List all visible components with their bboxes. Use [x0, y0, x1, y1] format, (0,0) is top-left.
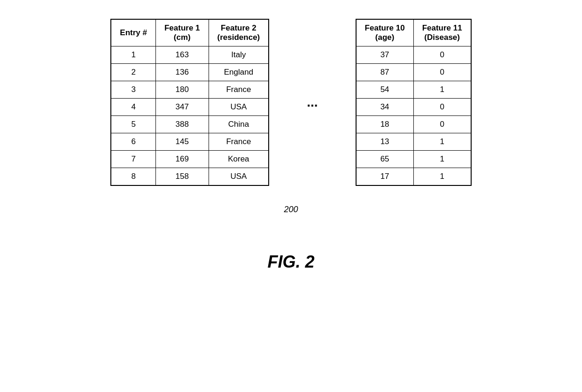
left-cell-0-0: 1 — [111, 46, 155, 64]
left-cell-3-0: 4 — [111, 99, 155, 116]
right-cell-0-1: 0 — [413, 46, 471, 64]
left-col-feature1: Feature 1(cm) — [155, 19, 209, 46]
right-cell-3-1: 0 — [413, 99, 471, 116]
left-table-row: 1163Italy — [111, 46, 269, 64]
figure-label: 200 — [284, 205, 298, 215]
tables-row: Entry # Feature 1(cm) Feature 2(residenc… — [110, 19, 471, 186]
left-cell-0-1: 163 — [155, 46, 209, 64]
right-cell-1-1: 0 — [413, 64, 471, 81]
left-cell-5-0: 6 — [111, 133, 155, 151]
left-table-row: 7169Korea — [111, 151, 269, 168]
left-table-row: 5388China — [111, 116, 269, 133]
left-table-row: 6145France — [111, 133, 269, 151]
left-cell-2-1: 180 — [155, 81, 209, 99]
left-cell-7-0: 8 — [111, 168, 155, 186]
right-cell-7-0: 17 — [356, 168, 414, 186]
right-table-row: 131 — [356, 133, 471, 151]
right-table-row: 171 — [356, 168, 471, 186]
right-cell-1-0: 87 — [356, 64, 414, 81]
left-cell-3-1: 347 — [155, 99, 209, 116]
right-table-row: 651 — [356, 151, 471, 168]
right-table-row: 180 — [356, 116, 471, 133]
right-cell-2-1: 1 — [413, 81, 471, 99]
figure-title: FIG. 2 — [267, 252, 314, 272]
right-table-row: 340 — [356, 99, 471, 116]
left-table: Entry # Feature 1(cm) Feature 2(residenc… — [110, 19, 269, 186]
right-col-feature11: Feature 11(Disease) — [413, 19, 471, 46]
left-table-row: 8158USA — [111, 168, 269, 186]
right-cell-3-0: 34 — [356, 99, 414, 116]
left-cell-4-0: 5 — [111, 116, 155, 133]
left-table-row: 4347USA — [111, 99, 269, 116]
right-cell-5-1: 1 — [413, 133, 471, 151]
left-col-feature2: Feature 2(residence) — [209, 19, 269, 46]
right-cell-4-0: 18 — [356, 116, 414, 133]
left-cell-0-2: Italy — [209, 46, 269, 64]
left-cell-1-1: 136 — [155, 64, 209, 81]
left-cell-7-2: USA — [209, 168, 269, 186]
left-col-entry: Entry # — [111, 19, 155, 46]
right-table-row: 370 — [356, 46, 471, 64]
left-cell-4-1: 388 — [155, 116, 209, 133]
left-cell-1-0: 2 — [111, 64, 155, 81]
left-cell-5-2: France — [209, 133, 269, 151]
left-cell-6-0: 7 — [111, 151, 155, 168]
right-cell-7-1: 1 — [413, 168, 471, 186]
right-table-row: 870 — [356, 64, 471, 81]
left-cell-5-1: 145 — [155, 133, 209, 151]
left-table-row: 3180France — [111, 81, 269, 99]
right-cell-5-0: 13 — [356, 133, 414, 151]
left-cell-1-2: England — [209, 64, 269, 81]
left-cell-2-2: France — [209, 81, 269, 99]
left-cell-7-1: 158 — [155, 168, 209, 186]
right-cell-4-1: 0 — [413, 116, 471, 133]
main-content: Entry # Feature 1(cm) Feature 2(residenc… — [9, 9, 573, 272]
right-col-feature10: Feature 10(age) — [356, 19, 414, 46]
right-table: Feature 10(age) Feature 11(Disease) 3708… — [356, 19, 472, 186]
left-cell-2-0: 3 — [111, 81, 155, 99]
left-cell-3-2: USA — [209, 99, 269, 116]
left-cell-4-2: China — [209, 116, 269, 133]
left-table-row: 2136England — [111, 64, 269, 81]
right-cell-2-0: 54 — [356, 81, 414, 99]
right-cell-6-1: 1 — [413, 151, 471, 168]
ellipsis: ... — [297, 95, 327, 110]
right-cell-0-0: 37 — [356, 46, 414, 64]
right-table-row: 541 — [356, 81, 471, 99]
left-cell-6-2: Korea — [209, 151, 269, 168]
right-cell-6-0: 65 — [356, 151, 414, 168]
left-cell-6-1: 169 — [155, 151, 209, 168]
